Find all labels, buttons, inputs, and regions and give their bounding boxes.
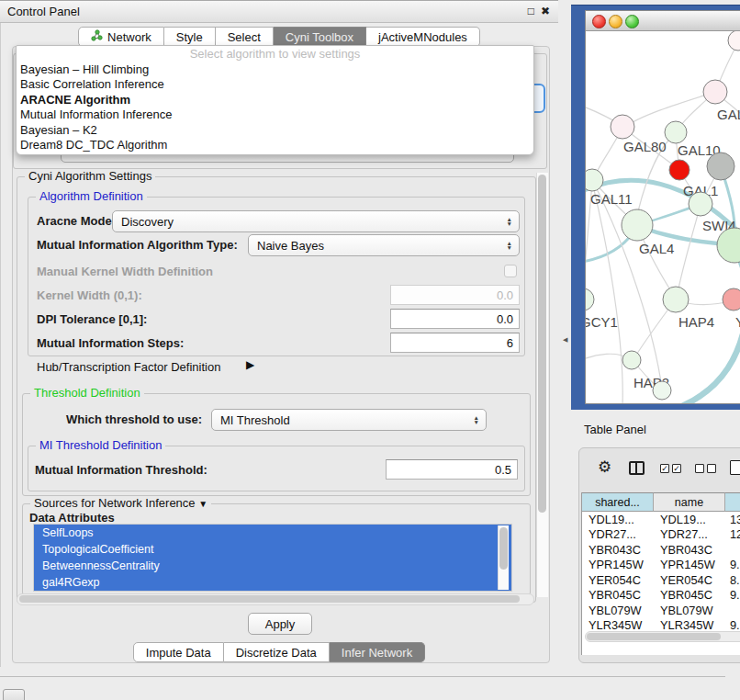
data-attributes-label: Data Attributes [29,511,115,525]
table-header-row: shared...name [582,492,740,512]
attributes-scrollbar-thumb[interactable] [499,527,508,570]
tab-network[interactable]: Network [78,27,164,47]
table-hscrollbar[interactable] [585,631,740,642]
close-window-icon[interactable]: ✖ [541,5,550,17]
settings-hscrollbar-thumb[interactable] [19,595,520,603]
splitter-collapse-icon[interactable]: ◀ [563,336,567,344]
apply-button[interactable]: Apply [248,613,312,635]
manual-kernel-label: Manual Kernel Width Definition [37,265,213,278]
which-threshold-label: Which threshold to use: [66,412,202,426]
mi-type-label: Mutual Information Algorithm Type: [37,238,238,252]
column-header-col2[interactable] [725,492,740,512]
tab-infer-network[interactable]: Infer Network [330,642,425,662]
tab-select[interactable]: Select [216,27,274,47]
network-node-gal10[interactable] [665,121,687,143]
table-cell: 13 [725,513,740,526]
settings-hscrollbar[interactable] [17,593,534,605]
network-window-titlebar[interactable] [586,11,740,31]
mi-threshold-value: 0.5 [495,463,511,477]
manual-kernel-checkbox[interactable] [504,265,517,277]
node-label-gal4: GAL4 [639,241,674,256]
tab-impute-data[interactable]: Impute Data [133,642,224,662]
tab-cyni-toolbox[interactable]: Cyni Toolbox [274,27,366,47]
network-node-y[interactable] [723,288,740,310]
table-cell: YBR045C [582,588,654,602]
table-row[interactable]: YBL079WYBL079W [582,603,740,618]
table-row[interactable]: YPR145WYPR145W9. [582,558,740,573]
split-columns-icon[interactable] [629,461,645,475]
menu-item-bayesian-k2[interactable]: Bayesian – K2 [17,123,533,138]
network-node[interactable] [653,381,671,400]
tab-label: Impute Data [146,646,211,660]
menu-item-dream8-dc-tdc-algorithm[interactable]: Dream8 DC_TDC Algorithm [17,138,533,152]
table-row[interactable]: YDR27...YDR27...12 [582,527,740,543]
menu-item-mutual-information-inference[interactable]: Mutual Information Inference [17,107,533,122]
attribute-item-betweennesscentrality[interactable]: BetweennessCentrality [34,558,511,574]
kernel-width-field[interactable]: 0.0 [390,285,520,305]
attributes-scrollbar[interactable] [498,525,509,590]
network-node-gal80[interactable] [611,115,634,139]
attribute-item-topologicalcoefficient[interactable]: TopologicalCoefficient [34,541,511,558]
dpi-tolerance-field[interactable]: 0.0 [390,309,520,329]
mi-type-combo[interactable]: Naive Bayes ▲▼ [248,234,520,256]
mi-steps-field[interactable]: 6 [390,333,520,353]
tab-style[interactable]: Style [164,27,216,47]
table-hscrollbar-thumb[interactable] [587,633,721,640]
page-icon[interactable] [730,460,740,475]
table-row[interactable]: YBR043CYBR043C [582,542,740,558]
network-canvas[interactable]: GALGAL80GAL10GAL1SWI4GAL11GAL4GCY1HAP4YH… [586,31,740,403]
tab-label: Select [228,30,261,44]
settings-vscrollbar[interactable] [536,173,548,597]
table-row[interactable]: YER054CYER054C8. [582,572,740,588]
control-panel-titlebar[interactable]: Control Panel □ ✖ [0,0,558,23]
table-cell: YER054C [582,573,654,587]
network-node-gal11[interactable] [586,169,603,191]
sources-title[interactable]: Sources for Network Inference ▼ [30,496,211,510]
float-window-icon[interactable]: □ [528,5,534,17]
tab-jactivemnodules[interactable]: jActiveMNodules [366,27,480,47]
table-row[interactable]: YDL19...YDL19...13 [582,512,740,527]
column-header-name[interactable]: name [654,492,725,512]
tab-label: Discretize Data [236,646,317,660]
network-node-swi4[interactable] [689,192,712,216]
gear-icon[interactable]: ⚙ [598,459,611,475]
settings-vscrollbar-thumb[interactable] [538,175,546,513]
unchecked-checkbox-icon[interactable] [695,464,704,473]
network-node[interactable] [707,152,734,180]
which-threshold-combo[interactable]: MI Threshold ▲▼ [211,409,487,431]
attribute-item-gal4rgexp[interactable]: gal4RGexp [34,574,511,591]
bottom-divider [0,676,725,677]
node-label-hap4: HAP4 [678,314,714,330]
aracne-mode-combo[interactable]: Discovery ▲▼ [112,210,520,232]
zoom-traffic-light-icon[interactable] [625,15,639,28]
checked-checkbox-icon[interactable]: ✓ [672,464,681,473]
collapse-down-icon[interactable]: ▼ [198,499,207,509]
network-node[interactable] [728,31,740,51]
top-tab-bar: NetworkStyleSelectCyni ToolboxjActiveMNo… [0,27,558,47]
hub-definition-label[interactable]: Hub/Transcription Factor Definition [37,360,220,374]
unchecked-checkbox-icon[interactable] [707,464,716,473]
network-node-gcy1[interactable] [586,288,594,310]
network-node-gal4[interactable] [622,209,653,241]
mi-threshold-field[interactable]: 0.5 [386,459,518,480]
column-header-shared[interactable]: shared... [582,492,654,512]
network-node-gal1[interactable] [669,160,690,180]
mini-panel-button[interactable] [3,689,25,700]
network-icon [91,29,103,44]
tab-label: Cyni Toolbox [286,30,353,44]
table-cell: YLR345W [654,618,725,632]
network-node-hap4[interactable] [663,287,689,312]
network-node-hap2[interactable] [622,351,641,369]
table-cell: 9. [725,618,740,632]
minimize-traffic-light-icon[interactable] [609,15,622,28]
checked-checkbox-icon[interactable]: ✓ [660,464,669,473]
menu-item-aracne-algorithm[interactable]: ARACNE Algorithm [17,93,533,107]
menu-item-bayesian-hill-climbing[interactable]: Bayesian – Hill Climbing [17,62,533,77]
table-row[interactable]: YBR045CYBR045C9. [582,588,740,604]
expand-right-icon[interactable]: ▶ [246,358,254,371]
close-traffic-light-icon[interactable] [592,15,606,28]
tab-discretize-data[interactable]: Discretize Data [224,642,330,662]
attribute-item-selfloops[interactable]: SelfLoops [34,525,511,541]
network-node-gal[interactable] [703,80,727,104]
menu-item-basic-correlation-inference[interactable]: Basic Correlation Inference [17,77,533,92]
